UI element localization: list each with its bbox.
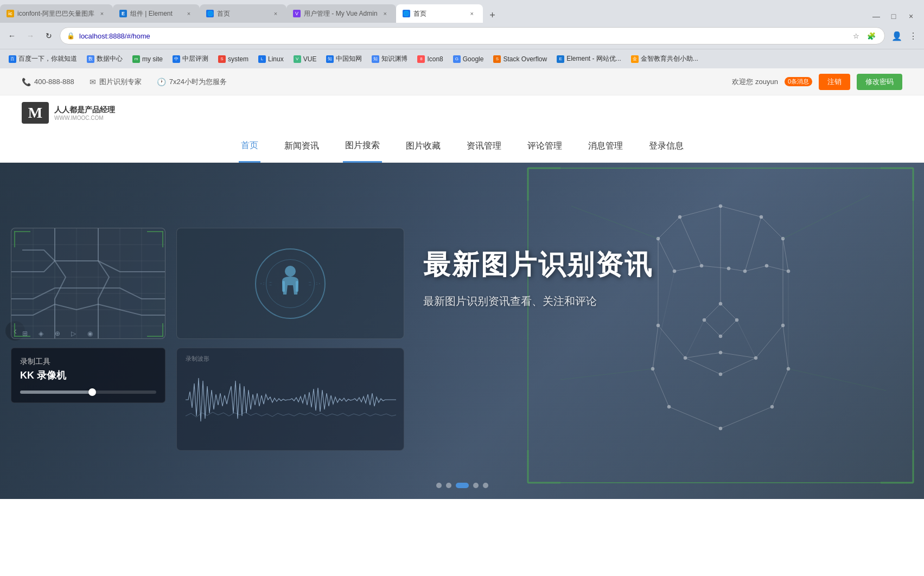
expert-info: ✉ 图片识别专家	[90, 77, 142, 87]
carousel-dot-5[interactable]	[483, 483, 488, 488]
address-field[interactable]: 🔒 localhost:8888/#/home ☆ 🧩	[60, 27, 885, 44]
bookmark-google[interactable]: G Google	[449, 54, 488, 65]
tab-4-close[interactable]: ×	[381, 9, 390, 18]
top-info-bar: 📞 400-888-888 ✉ 图片识别专家 🕐 7x24小时为您服务 欢迎您 …	[0, 68, 924, 95]
bookmark-element[interactable]: E Element - 网站优...	[552, 53, 626, 65]
nav-message-manage[interactable]: 消息管理	[586, 130, 625, 163]
svg-line-71	[737, 320, 756, 358]
change-password-button[interactable]: 修改密码	[857, 74, 902, 90]
carousel-dot-1[interactable]	[436, 483, 442, 488]
nav-image-collect[interactable]: 图片收藏	[404, 130, 443, 163]
tab-1-close[interactable]: ×	[98, 9, 106, 18]
bookmark-jinzhi[interactable]: 金 金智教育共创小助...	[627, 53, 703, 65]
bookmark-system[interactable]: S system	[214, 54, 253, 65]
jinzhi-favicon: 金	[631, 55, 639, 63]
svg-line-54	[721, 304, 737, 320]
carousel-dot-2[interactable]	[446, 483, 451, 488]
info-left: 📞 400-888-888 ✉ 图片识别专家 🕐 7x24小时为您服务	[22, 77, 227, 87]
element-favicon: E	[557, 55, 564, 63]
bookmark-vue[interactable]: V VUE	[289, 54, 321, 65]
address-actions: ☆ 🧩	[850, 29, 878, 42]
cnki-favicon: 知	[326, 55, 334, 63]
bookmark-stackoverflow[interactable]: S Stack Overflow	[489, 54, 551, 65]
icon8-favicon: 8	[417, 55, 425, 63]
nav-info-manage[interactable]: 资讯管理	[464, 130, 504, 163]
tab-controls: — □ ×	[870, 10, 924, 23]
svg-line-36	[721, 206, 761, 217]
tab-1-title: iconfont-阿里巴巴矢量图库	[17, 9, 94, 18]
lock-icon: 🔒	[67, 32, 75, 40]
logo-main-text: 人人都是产品经理	[54, 105, 115, 115]
address-bar-row: ← → ↻ 🔒 localhost:8888/#/home ☆ 🧩 👤 ⋮	[0, 23, 924, 49]
bookmarks-bar: 百 百度一下，你就知道 数 数据中心 m my site 中 中层评测 S sy…	[0, 49, 924, 68]
nav-login-info[interactable]: 登录信息	[647, 130, 686, 163]
svg-line-63	[658, 325, 685, 358]
back-button[interactable]: ←	[4, 28, 20, 43]
forward-button[interactable]: →	[23, 28, 38, 43]
tab-3[interactable]: 🌐 首页 ×	[200, 4, 286, 23]
clock-icon: 🕐	[157, 78, 166, 86]
service-info: 🕐 7x24小时为您服务	[157, 77, 227, 87]
carousel-dot-4[interactable]	[473, 483, 479, 488]
element-label: Element - 网站优...	[566, 54, 621, 63]
system-favicon: S	[218, 55, 226, 63]
bookmark-cnki[interactable]: 知 中国知网	[322, 53, 366, 65]
svg-line-43	[653, 369, 669, 407]
tab-3-title: 首页	[217, 9, 268, 18]
system-label: system	[228, 55, 248, 63]
hologram-card	[176, 228, 404, 339]
star-icon[interactable]: ☆	[850, 29, 863, 42]
browser-menu-button[interactable]: ⋮	[907, 29, 920, 42]
recording-progress-bar	[20, 391, 156, 394]
mysite-label: my site	[142, 55, 163, 63]
datacenter-label: 数据中心	[97, 54, 123, 63]
logo-sub-text: WWW.IMOOC.COM	[54, 115, 115, 121]
svg-line-38	[761, 217, 783, 239]
tab-1-favicon: ic	[7, 10, 14, 17]
profile-icon[interactable]: 👤	[890, 29, 903, 42]
nav-home[interactable]: 首页	[239, 130, 260, 163]
extension-icon[interactable]: 🧩	[865, 29, 878, 42]
nav-image-search[interactable]: 图片搜索	[343, 130, 382, 163]
zhishi-label: 知识渊博	[381, 54, 407, 63]
phone-icon: 📞	[22, 78, 31, 86]
minimize-button[interactable]: —	[870, 10, 883, 23]
phone-info: 📞 400-888-888	[22, 78, 74, 86]
bookmark-linux[interactable]: L Linux	[254, 54, 288, 65]
tab-5-close[interactable]: ×	[468, 9, 476, 18]
mail-icon: ✉	[90, 78, 96, 86]
recording-knob[interactable]	[88, 388, 96, 396]
linux-favicon: L	[258, 55, 266, 63]
nav-comment-manage[interactable]: 评论管理	[525, 130, 564, 163]
bookmark-baidu[interactable]: 百 百度一下，你就知道	[4, 53, 81, 65]
bookmark-icon8[interactable]: 8 Icon8	[413, 54, 447, 65]
tab-3-close[interactable]: ×	[271, 9, 280, 18]
bookmark-mysite[interactable]: m my site	[128, 54, 167, 65]
bookmark-datacenter[interactable]: 数 数据中心	[82, 53, 127, 65]
carousel-dot-3[interactable]	[456, 483, 469, 488]
svg-rect-94	[147, 336, 163, 337]
bookmark-zhongceng[interactable]: 中 中层评测	[168, 53, 213, 65]
waveform-card: 录制波形	[176, 348, 404, 451]
vue-label: VUE	[303, 55, 317, 63]
tab-2[interactable]: E 组件 | Element ×	[113, 4, 200, 23]
svg-rect-89	[14, 231, 15, 247]
tab-2-close[interactable]: ×	[184, 9, 193, 18]
svg-line-46	[721, 407, 772, 428]
tab-4[interactable]: V 用户管理 - My Vue Admin ×	[286, 4, 396, 23]
restore-button[interactable]: □	[887, 10, 900, 23]
logout-button[interactable]: 注销	[819, 74, 850, 90]
bookmark-zhishiyuanbo[interactable]: 知 知识渊博	[367, 53, 412, 65]
new-tab-button[interactable]: +	[485, 8, 500, 23]
hero-text-content: 最新图片识别资讯 最新图片识别资讯查看、关注和评论	[423, 247, 653, 309]
tab-1[interactable]: ic iconfont-阿里巴巴矢量图库 ×	[0, 4, 113, 23]
tab-5[interactable]: 🌐 首页 ×	[396, 4, 483, 23]
close-window-button[interactable]: ×	[904, 10, 917, 23]
svg-text:⊞: ⊞	[22, 330, 28, 337]
tab-2-favicon: E	[119, 10, 127, 17]
message-badge[interactable]: 0条消息	[785, 77, 812, 86]
nav-news[interactable]: 新闻资讯	[282, 130, 321, 163]
reload-button[interactable]: ↻	[41, 28, 56, 43]
svg-line-68	[653, 271, 674, 369]
svg-line-57	[685, 353, 721, 358]
